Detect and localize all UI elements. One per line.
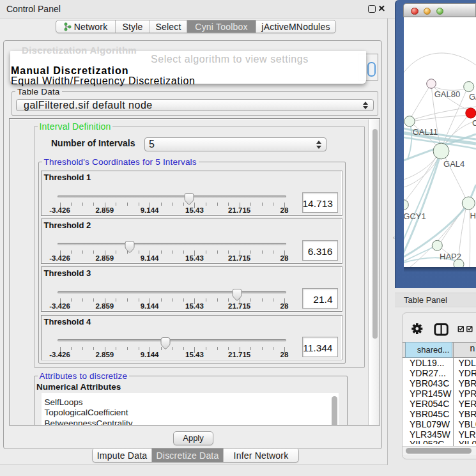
svg-text:GAL80: GAL80 <box>434 89 460 99</box>
svg-text:GCY1: GCY1 <box>404 211 426 221</box>
svg-text:GA: GA <box>469 92 476 102</box>
svg-text:GAL11: GAL11 <box>413 127 438 137</box>
svg-text:GAL4: GAL4 <box>443 159 464 169</box>
svg-text:H: H <box>470 211 476 220</box>
svg-text:C: C <box>472 118 476 128</box>
svg-text:HAP2: HAP2 <box>440 252 461 261</box>
